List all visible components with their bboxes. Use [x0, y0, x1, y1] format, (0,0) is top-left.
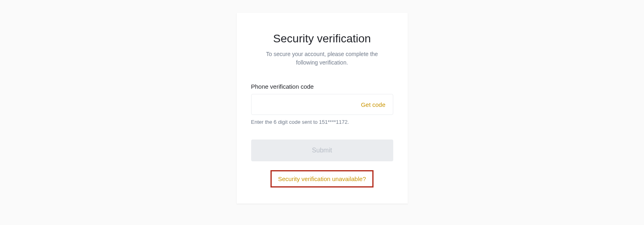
- phone-code-input-wrapper: Get code: [251, 94, 393, 115]
- phone-code-input[interactable]: [252, 94, 361, 115]
- security-unavailable-link[interactable]: Security verification unavailable?: [270, 170, 374, 188]
- page-title: Security verification: [251, 32, 393, 45]
- page-subtitle: To secure your account, please complete …: [251, 50, 393, 67]
- phone-code-hint: Enter the 6 digit code sent to 151****11…: [251, 119, 393, 125]
- unavailable-link-wrapper: Security verification unavailable?: [251, 170, 393, 188]
- get-code-button[interactable]: Get code: [361, 101, 393, 108]
- verification-card: Security verification To secure your acc…: [237, 13, 408, 204]
- submit-button[interactable]: Submit: [251, 140, 393, 161]
- phone-code-label: Phone verification code: [251, 83, 393, 90]
